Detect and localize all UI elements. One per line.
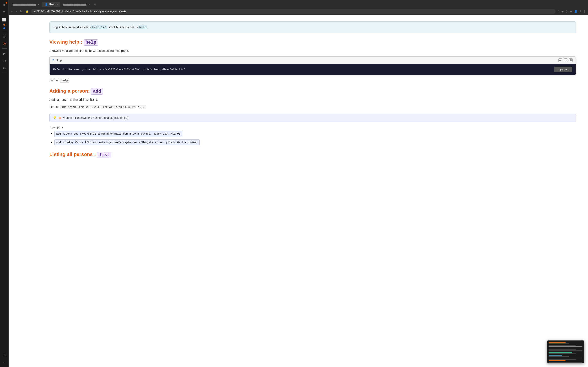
help-dialog-body-text: Refer to the user guide: https://ay2223s…	[53, 68, 552, 71]
mini-line-4	[549, 346, 582, 347]
extensions-icon[interactable]: ⊕	[562, 10, 564, 13]
cast-icon[interactable]: ⬡	[566, 10, 568, 13]
url-input[interactable]	[31, 9, 555, 14]
mini-line-6	[549, 349, 576, 350]
play-icon[interactable]: ▶	[1, 50, 8, 57]
gear-icon[interactable]: ⚙	[1, 65, 8, 71]
menu-icon[interactable]: ⋮	[583, 10, 586, 13]
info-text-1: e.g. if the command specifies	[54, 25, 91, 29]
mini-line-11	[549, 356, 569, 357]
examples-label: Examples:	[49, 125, 576, 129]
add-format-code: add n/NAME p/PHONE_NUMBER e/EMAIL a/ADDR…	[60, 105, 146, 109]
help-dialog-title-bar: ? Help — □ ✕	[50, 57, 576, 64]
forward-button[interactable]: ›	[15, 9, 17, 13]
tip-text: A person can have any number of tags (in…	[63, 116, 128, 119]
listing-heading: Listing all persons : list	[49, 151, 576, 158]
help-dialog-title-text: Help	[56, 58, 62, 62]
new-tab-button[interactable]: +	[93, 2, 98, 7]
mini-line-12	[549, 358, 582, 359]
help-cmd-badge: help	[84, 39, 98, 46]
mini-line-5	[549, 348, 569, 349]
help-dialog-icon: ?	[52, 58, 54, 62]
help-dialog-body: Refer to the user guide: https://ay2223s…	[50, 64, 576, 75]
more-icon[interactable]: ···	[1, 359, 8, 365]
tab-user-close[interactable]: ✕	[56, 3, 58, 6]
bars-icon[interactable]: ≡	[1, 9, 8, 16]
help-format-code: help	[60, 78, 69, 83]
mini-preview-content	[547, 341, 584, 363]
lock-icon: 🔒	[25, 9, 29, 13]
mini-line-15	[549, 362, 582, 363]
mini-line-2	[549, 343, 569, 344]
tab-user-icon: 👤	[45, 3, 48, 6]
example-2-code: add n/Betsy Crowe t/friend e/betsycrowe@…	[54, 140, 200, 146]
box2-icon[interactable]: ⬡	[1, 58, 8, 64]
dialog-minimize-button[interactable]: —	[558, 58, 562, 62]
sidebar-toggle-icon[interactable]: ▤	[570, 10, 572, 13]
viewing-help-desc: Shows a message explaning how to access …	[49, 49, 576, 53]
example-2: add n/Betsy Crowe t/friend e/betsycrowe@…	[54, 140, 576, 146]
dialog-maximize-button[interactable]: □	[564, 58, 567, 62]
user-icon[interactable]: 👤	[574, 10, 577, 13]
monitor-icon[interactable]: ⊞	[1, 33, 8, 39]
dialog-controls: — □ ✕	[558, 58, 573, 62]
back-button[interactable]: ‹	[11, 9, 13, 13]
grid-icon[interactable]: ⊞	[1, 351, 8, 358]
bookmark-icon[interactable]: ☆	[557, 10, 560, 13]
dot-blue	[3, 27, 5, 29]
tab-user[interactable]: 👤 User ✕	[42, 2, 60, 7]
add-format-label: Format:	[49, 105, 60, 108]
copy-url-button[interactable]: Copy URL	[554, 67, 572, 72]
help-dialog: ? Help — □ ✕ Refer to the user guide: ht…	[49, 57, 576, 75]
mini-line-8	[549, 352, 572, 353]
page-content: e.g. if the command specifies help 123 ,…	[9, 15, 588, 367]
instagram-icon[interactable]: ◎	[1, 40, 8, 47]
dot-orange	[3, 24, 5, 26]
help-format-line: Format: help	[49, 78, 576, 82]
mini-line-13	[549, 359, 576, 360]
info-box: e.g. if the command specifies help 123 ,…	[49, 21, 576, 33]
mini-line-7	[549, 350, 582, 351]
adding-person-desc: Adds a person to the address book.	[49, 98, 576, 102]
list-cmd-badge: list	[97, 152, 112, 158]
viewing-help-heading-text: Viewing help :	[49, 39, 84, 45]
tab-3-close[interactable]: ✕	[88, 3, 90, 6]
tip-emoji: 💡	[53, 116, 57, 119]
tab-user-label: User	[49, 3, 54, 6]
sidebar-separator-1	[2, 31, 7, 31]
mini-line-3	[549, 345, 576, 346]
viewing-help-heading: Viewing help : help	[49, 39, 576, 46]
url-bar: ‹ › ↻ 🔒 ☆ ⊕ ⬡ ▤ 👤 ⬇ ⋮	[9, 8, 588, 15]
sidebar-separator-2	[2, 48, 7, 49]
adding-person-heading-text: Adding a person:	[49, 88, 91, 94]
example-1-code: add n/John Doe p/98765432 e/johnd@exampl…	[54, 131, 182, 137]
help-format-label: Format:	[49, 78, 60, 82]
tab-bar: ████████████████████ ✕ 👤 User ✕ ████████…	[9, 0, 588, 8]
add-format-line: Format: add n/NAME p/PHONE_NUMBER e/EMAI…	[49, 105, 576, 109]
reload-button[interactable]: ↻	[19, 9, 23, 13]
examples-list: add n/John Doe p/98765432 e/johnd@exampl…	[54, 131, 576, 145]
mini-line-10	[549, 355, 562, 356]
tab-1-label: ████████████████████	[13, 4, 36, 6]
tip-box: 💡 Tip: A person can have any number of t…	[49, 114, 576, 122]
info-text-3: .	[148, 25, 149, 29]
dialog-close-button[interactable]: ✕	[569, 58, 573, 62]
download-icon[interactable]: ⬇	[579, 10, 581, 13]
tab-3[interactable]: ████████████████████ ✕	[61, 2, 93, 7]
add-cmd-badge: add	[91, 88, 103, 95]
info-code-2: help	[138, 25, 147, 29]
tab-3-label: ████████████████████	[63, 4, 86, 6]
tip-label: Tip:	[57, 116, 62, 119]
adding-person-heading: Adding a person: add	[49, 88, 576, 95]
sidebar: ● ≡ ⬜ ⊞ ◎ ▶ ⬡ ⚙ ⊞ ···	[0, 0, 9, 367]
info-text-2: , it will be interpreted as	[108, 25, 138, 29]
tab-1-close[interactable]: ✕	[38, 3, 39, 6]
url-actions: ☆ ⊕ ⬡ ▤ 👤 ⬇ ⋮	[557, 10, 586, 13]
circle-red-icon[interactable]: ●	[1, 2, 8, 8]
box-icon[interactable]: ⬜	[1, 16, 8, 23]
mini-line-9	[549, 353, 576, 354]
mini-line-1	[549, 342, 566, 343]
mini-line-14	[549, 360, 566, 361]
tab-1[interactable]: ████████████████████ ✕	[10, 2, 42, 7]
listing-heading-text: Listing all persons :	[49, 151, 97, 157]
